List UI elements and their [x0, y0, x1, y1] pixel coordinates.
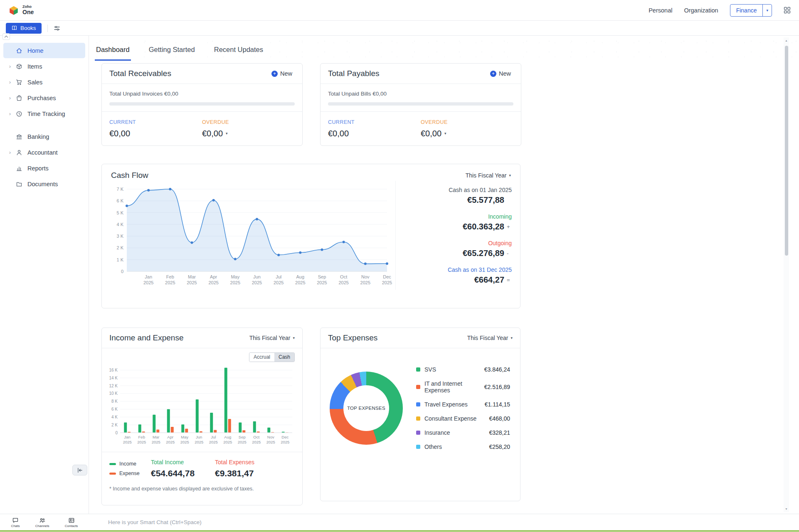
svg-text:2025: 2025 [274, 280, 284, 285]
svg-text:10 K: 10 K [109, 391, 118, 396]
sidebar-item-documents[interactable]: Documents [3, 176, 85, 192]
sidebar-item-purchases[interactable]: ›Purchases [3, 90, 85, 106]
incoming-label: Incoming [463, 213, 512, 220]
svg-text:Apr: Apr [167, 435, 173, 439]
accrual-cash-toggle: Accrual Cash [249, 352, 295, 362]
svg-text:12 K: 12 K [109, 384, 118, 388]
new-invoice-button[interactable]: + New [269, 70, 295, 77]
books-button[interactable]: Books [6, 23, 42, 34]
finance-dropdown-caret[interactable]: ▾ [762, 5, 772, 16]
plus-sign: + [507, 224, 512, 230]
sidebar-item-label: Purchases [27, 95, 56, 101]
vertical-scrollbar[interactable]: ▲ ▼ [784, 37, 789, 512]
svg-text:2025: 2025 [317, 280, 327, 285]
appbar: Books [0, 21, 799, 36]
receivables-body: Total Unpaid Invoices €0,00 [102, 84, 302, 111]
total-income-label: Total Income [151, 459, 213, 466]
smart-chat-input[interactable] [107, 519, 799, 526]
svg-text:May: May [231, 274, 239, 279]
svg-text:Sep: Sep [239, 435, 246, 439]
scrollbar-thumb[interactable] [785, 46, 788, 256]
organization-link[interactable]: Organization [684, 7, 718, 14]
opening-balance-label: Cash as on 01 Jan 2025 [449, 187, 512, 193]
sidebar-item-sales[interactable]: ›Sales [3, 74, 85, 90]
opening-balance: Cash as on 01 Jan 2025 €5.577,88 [449, 187, 512, 205]
expense-legend-item[interactable]: IT and Internet Expenses€2.516,89 [416, 377, 510, 397]
receivables-title: Total Receivables [109, 69, 171, 78]
top-expenses-period-select[interactable]: This Fiscal Year ▾ [467, 335, 513, 341]
top-expenses-title: Top Expenses [328, 333, 377, 342]
logo-brand-bottom: One [22, 9, 34, 15]
income-expense-summary: IncomeExpense Total Income €54.644,78 To… [102, 452, 302, 478]
sidebar-item-reports[interactable]: Reports [3, 160, 85, 176]
sidebar-collapse-top-button[interactable] [2, 33, 10, 40]
caret-down-icon: ▾ [510, 336, 513, 340]
new-bill-button[interactable]: + New [488, 70, 513, 77]
sidebar-nav: Home›Items›Sales›Purchases›Time Tracking… [0, 43, 89, 192]
bottom-accent-line [0, 530, 799, 532]
personal-link[interactable]: Personal [649, 7, 672, 14]
closing-balance-amount: €664,27 [474, 275, 504, 285]
dock-item-channels[interactable]: Channels [35, 517, 49, 528]
sidebar-item-time-tracking[interactable]: ›Time Tracking [3, 106, 85, 121]
expense-legend-item[interactable]: Travel Expenses€1.114,15 [416, 397, 510, 411]
expense-legend-item[interactable]: Others€258,20 [416, 440, 510, 454]
box-icon [16, 63, 24, 70]
cash-flow-period-select[interactable]: This Fiscal Year ▾ [466, 172, 511, 179]
period-label: This Fiscal Year [249, 335, 291, 341]
svg-text:2025: 2025 [143, 280, 153, 285]
expense-legend-item[interactable]: Consultant Expense€468,00 [416, 411, 510, 426]
dock-item-chats[interactable]: Chats [11, 517, 20, 528]
sidebar-item-items[interactable]: ›Items [3, 59, 85, 74]
sidebar-item-label: Sales [27, 79, 42, 86]
tab-recent-updates[interactable]: Recent Updates [213, 46, 264, 61]
expense-legend-item[interactable]: Insurance€328,21 [416, 426, 510, 440]
zoho-one-logo[interactable]: Zoho One [8, 5, 34, 16]
legend-label: Expense [119, 470, 140, 476]
dock-item-contacts[interactable]: Contacts [65, 517, 78, 528]
svg-text:16 K: 16 K [109, 368, 118, 372]
income-expense-period-select[interactable]: This Fiscal Year ▾ [249, 335, 295, 341]
cash-toggle-button[interactable]: Cash [274, 353, 294, 362]
current-amount: €0,00 [109, 129, 202, 138]
equals-sign: = [507, 277, 512, 283]
sidebar-item-accountant[interactable]: ›Accountant [3, 145, 85, 160]
expense-legend-item[interactable]: SVS€3.846,24 [416, 362, 510, 377]
top-expenses-body: TOP EXPENSES SVS€3.846,24IT and Internet… [321, 348, 520, 454]
svg-text:Apr: Apr [210, 274, 217, 279]
apps-grid-icon[interactable] [784, 7, 791, 14]
expense-name: Travel Expenses [424, 401, 481, 408]
minus-sign: - [507, 250, 512, 256]
scrollbar-up-arrow[interactable]: ▲ [785, 37, 788, 44]
finance-split-button: Finance ▾ [730, 4, 772, 17]
legend-swatch [416, 402, 420, 406]
collapse-sidebar-button[interactable] [72, 465, 87, 475]
finance-button[interactable]: Finance [730, 5, 763, 16]
receivables-breakdown: CURRENT €0,00 OVERDUE €0,00 ▾ [102, 111, 302, 145]
closing-balance-label[interactable]: Cash as on 31 Dec 2025 [448, 266, 512, 273]
cash-flow-chart: 01 K2 K3 K4 K5 K6 K7 KJan2025Feb2025Mar2… [102, 181, 395, 290]
expense-name: Consultant Expense [424, 415, 485, 422]
cash-flow-body: 01 K2 K3 K4 K5 K6 K7 KJan2025Feb2025Mar2… [102, 181, 520, 290]
divider [47, 25, 48, 32]
expense-amount: €468,00 [489, 415, 510, 422]
svg-text:Sep: Sep [318, 274, 326, 279]
overdue-label: OVERDUE [202, 119, 295, 125]
sidebar-item-banking[interactable]: Banking [3, 129, 85, 144]
accrual-toggle-button[interactable]: Accrual [249, 353, 274, 362]
customize-sliders-icon[interactable] [54, 25, 60, 32]
overdue-amount-dropdown[interactable]: €0,00 ▾ [202, 129, 295, 138]
overdue-amount-dropdown[interactable]: €0,00 ▾ [421, 129, 513, 138]
svg-text:Mar: Mar [153, 435, 159, 439]
scrollbar-down-arrow[interactable]: ▼ [785, 506, 788, 512]
tab-dashboard[interactable]: Dashboard [95, 46, 131, 61]
unpaid-bills-summary: Total Unpaid Bills €0,00 [328, 91, 513, 97]
expense-amount: €2.516,89 [484, 384, 510, 390]
svg-text:7 K: 7 K [116, 187, 123, 192]
tab-getting-started[interactable]: Getting Started [148, 46, 196, 61]
reports-icon [16, 165, 24, 172]
logo-text: Zoho One [22, 5, 34, 15]
total-receivables-card: Total Receivables + New Total Unpaid Inv… [101, 63, 303, 146]
sidebar-item-home[interactable]: Home [3, 43, 85, 58]
legend-swatch [109, 463, 116, 465]
